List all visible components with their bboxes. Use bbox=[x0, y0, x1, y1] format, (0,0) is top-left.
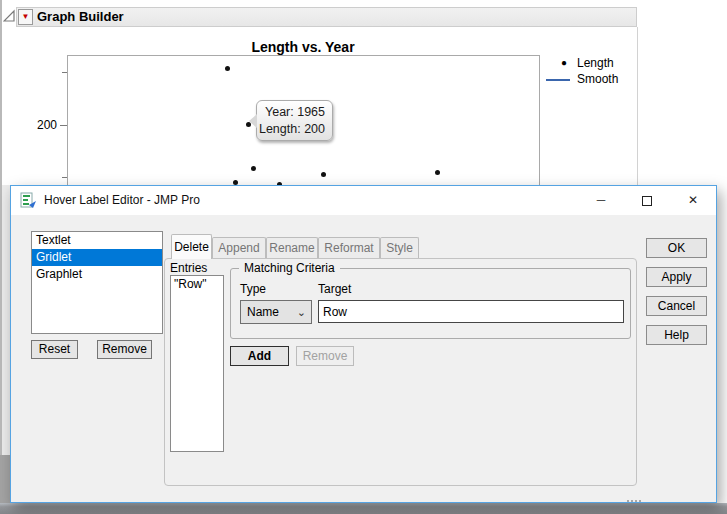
y-axis-minor-tick bbox=[62, 72, 67, 73]
outline-disclosure-icon[interactable] bbox=[3, 9, 16, 23]
legend-label: Length bbox=[577, 55, 614, 71]
matching-criteria-label: Matching Criteria bbox=[239, 261, 340, 275]
tab-rename[interactable]: Rename bbox=[266, 237, 318, 259]
dialog-titlebar[interactable]: Hover Label Editor - JMP Pro ─ ✕ bbox=[11, 186, 716, 215]
entries-label: Entries bbox=[170, 261, 207, 275]
data-point[interactable] bbox=[225, 66, 230, 71]
legend-item-length[interactable]: ● Length bbox=[546, 55, 636, 71]
legend-line-icon bbox=[546, 79, 570, 81]
maximize-button[interactable] bbox=[624, 186, 670, 215]
chart-title: Length vs. Year bbox=[203, 39, 403, 55]
remove-entry-button[interactable]: Remove bbox=[296, 346, 354, 366]
delete-tab-panel: Entries "Row" Matching Criteria Type Tar… bbox=[164, 258, 637, 486]
y-axis-tick-label: 200 bbox=[30, 118, 57, 132]
matching-criteria-group: Matching Criteria Type Target Name ⌄ bbox=[230, 268, 631, 339]
entry-row[interactable]: "Row" bbox=[171, 276, 223, 292]
type-select-value: Name bbox=[247, 305, 279, 319]
chart-legend: ● Length Smooth bbox=[546, 55, 636, 87]
hover-tooltip: Year: 1965 Length: 200 bbox=[256, 100, 333, 141]
tooltip-year-line: Year: 1965 bbox=[257, 104, 325, 121]
reset-button[interactable]: Reset bbox=[31, 340, 78, 359]
tab-delete[interactable]: Delete bbox=[171, 234, 212, 259]
chevron-down-icon: ⌄ bbox=[297, 301, 306, 323]
resize-grip[interactable] bbox=[623, 496, 643, 502]
legend-item-smooth[interactable]: Smooth bbox=[546, 71, 636, 87]
underlying-window-left-edge-dark bbox=[0, 455, 10, 503]
remove-type-button[interactable]: Remove bbox=[97, 340, 152, 359]
cancel-button[interactable]: Cancel bbox=[646, 296, 707, 316]
minimize-button[interactable]: ─ bbox=[578, 186, 624, 215]
ok-button[interactable]: OK bbox=[646, 238, 707, 258]
tab-reformat[interactable]: Reformat bbox=[318, 237, 380, 259]
hover-label-type-list: Textlet Gridlet Graphlet bbox=[31, 231, 163, 334]
close-button[interactable]: ✕ bbox=[670, 186, 716, 215]
tab-append[interactable]: Append bbox=[212, 237, 266, 259]
red-triangle-menu-icon[interactable]: ▼ bbox=[18, 9, 33, 25]
y-axis-minor-tick bbox=[62, 177, 67, 178]
type-label: Type bbox=[240, 282, 266, 296]
target-input[interactable] bbox=[318, 300, 624, 323]
dialog-title: Hover Label Editor - JMP Pro bbox=[44, 186, 200, 215]
data-point[interactable] bbox=[321, 172, 326, 177]
underlying-window-bottom-edge bbox=[0, 503, 727, 514]
jmp-app-icon bbox=[20, 192, 37, 209]
legend-dot-icon: ● bbox=[561, 55, 567, 71]
data-point[interactable] bbox=[251, 166, 256, 171]
y-axis-major-tick bbox=[60, 125, 67, 126]
entries-list: "Row" bbox=[170, 275, 224, 452]
hover-label-editor-dialog: Hover Label Editor - JMP Pro ─ ✕ Textlet… bbox=[10, 185, 717, 503]
tab-style[interactable]: Style bbox=[380, 237, 419, 259]
list-item-graphlet[interactable]: Graphlet bbox=[32, 266, 162, 283]
list-item-gridlet[interactable]: Gridlet bbox=[32, 249, 162, 266]
data-point[interactable] bbox=[233, 180, 238, 185]
target-label: Target bbox=[318, 282, 351, 296]
add-button[interactable]: Add bbox=[230, 346, 289, 366]
tooltip-length-line: Length: 200 bbox=[257, 121, 325, 138]
data-point[interactable] bbox=[435, 170, 440, 175]
report-panel-divider bbox=[637, 27, 638, 185]
type-select[interactable]: Name ⌄ bbox=[240, 300, 312, 324]
legend-label: Smooth bbox=[577, 71, 618, 87]
list-item-textlet[interactable]: Textlet bbox=[32, 232, 162, 249]
help-button[interactable]: Help bbox=[646, 325, 707, 345]
apply-button[interactable]: Apply bbox=[646, 267, 707, 287]
outline-title: Graph Builder bbox=[37, 9, 124, 24]
maximize-icon bbox=[642, 196, 652, 206]
